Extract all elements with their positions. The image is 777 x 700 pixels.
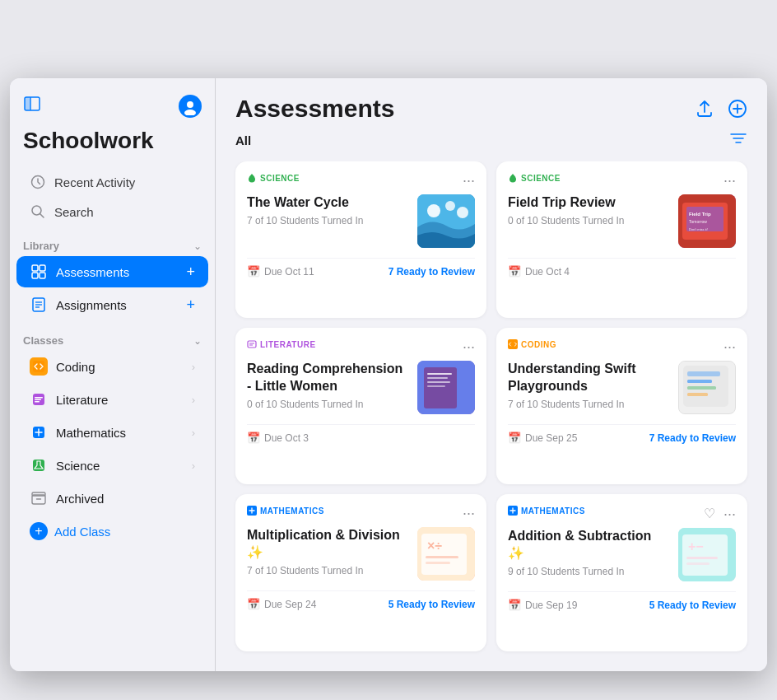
svg-rect-11 (32, 273, 38, 278)
card-footer: 📅 Due Oct 4 (508, 258, 736, 278)
svg-point-32 (427, 204, 440, 217)
add-class-button[interactable]: + Add Class (16, 516, 208, 547)
header-actions (695, 99, 747, 119)
add-assessment-button[interactable]: + (186, 264, 195, 281)
filter-label: All (235, 133, 251, 147)
sidebar-item-coding[interactable]: Coding › (16, 351, 208, 382)
library-chevron-icon[interactable]: ⌄ (193, 240, 202, 252)
review-badge[interactable]: 5 Ready to Review (649, 600, 736, 611)
card-subtitle: 0 of 10 Students Turned In (508, 215, 670, 226)
svg-rect-25 (32, 492, 45, 496)
card-thumbnail (417, 361, 475, 414)
card-more-button[interactable]: ··· (463, 173, 475, 188)
card-body: Multiplication & Division ✨ 7 of 10 Stud… (247, 527, 475, 581)
card-more-button[interactable]: ··· (463, 506, 475, 520)
archive-icon (30, 489, 48, 507)
card-thumbnail (678, 361, 736, 414)
classes-section-title: Classes (23, 334, 63, 347)
add-assignment-button[interactable]: + (186, 296, 195, 314)
svg-rect-0 (25, 97, 30, 110)
review-badge[interactable]: 7 Ready to Review (388, 266, 475, 278)
export-button[interactable] (695, 99, 714, 119)
card-title: Reading Comprehension - Little Women (247, 361, 409, 395)
coding-chevron-icon: › (192, 361, 195, 373)
card-body: Addition & Subtraction ✨ 9 of 10 Student… (508, 528, 736, 581)
literature-label: Literature (56, 393, 184, 407)
card-reading: Literature ··· Reading Comprehension - L… (235, 328, 486, 484)
sidebar-item-mathematics[interactable]: Mathematics › (16, 417, 208, 448)
card-title: The Water Cycle (247, 194, 409, 212)
card-top: Coding ··· (508, 339, 736, 354)
card-title: Multiplication & Division ✨ (247, 527, 409, 562)
assignments-label: Assignments (56, 298, 178, 312)
card-more-button[interactable]: ··· (723, 339, 736, 354)
card-mult-div: Mathematics ··· Multiplication & Divisio… (235, 494, 486, 651)
sidebar-item-recent-activity[interactable]: Recent Activity (16, 167, 208, 197)
review-badge[interactable]: 5 Ready to Review (388, 599, 475, 610)
review-badge[interactable]: 7 Ready to Review (649, 432, 736, 444)
assessments-icon (30, 263, 48, 281)
card-body: Understanding Swift Playgrounds 7 of 10 … (508, 361, 736, 414)
classes-chevron-icon[interactable]: ⌄ (193, 335, 202, 347)
svg-line-8 (40, 214, 44, 218)
card-add-sub: Mathematics ♡ ··· Addition & Subtraction… (496, 494, 747, 651)
sidebar-item-archived[interactable]: Archived (16, 483, 208, 514)
svg-point-34 (457, 207, 468, 218)
search-label: Search (54, 205, 94, 219)
card-category: Mathematics (508, 506, 585, 516)
sidebar-item-assignments[interactable]: Assignments + (16, 289, 208, 320)
card-more-button[interactable]: ··· (723, 173, 736, 188)
sidebar-item-science[interactable]: Science › (16, 450, 208, 481)
sidebar: Schoolwork Recent Activity Search Librar… (10, 78, 216, 671)
card-field-trip: Science ··· Field Trip Review 0 of 10 St… (496, 161, 747, 318)
heart-icon[interactable]: ♡ (704, 506, 715, 521)
svg-rect-21 (35, 401, 40, 403)
svg-rect-10 (40, 265, 45, 271)
svg-rect-61 (426, 556, 458, 558)
sidebar-item-search[interactable]: Search (16, 197, 208, 226)
library-section-title: Library (23, 240, 59, 252)
science-dot (30, 456, 48, 474)
due-date: 📅 Due Oct 11 (247, 265, 314, 278)
filter-button[interactable] (729, 129, 747, 152)
archived-label: Archived (56, 492, 195, 506)
add-button[interactable] (728, 99, 747, 119)
svg-rect-49 (427, 385, 445, 387)
card-thumbnail: +− (678, 528, 736, 581)
avatar[interactable] (179, 95, 202, 118)
svg-text:Don't miss it!: Don't miss it! (689, 227, 708, 231)
card-footer: 📅 Due Sep 25 7 Ready to Review (508, 424, 736, 444)
card-info: Addition & Subtraction ✨ 9 of 10 Student… (508, 528, 670, 577)
main-content: Assessments All (216, 78, 767, 671)
card-thumbnail: ×÷ (417, 527, 475, 581)
svg-rect-54 (687, 380, 712, 383)
card-more-button[interactable]: ··· (723, 506, 736, 521)
classes-section-header: Classes ⌄ (10, 321, 215, 350)
page-title: Assessments (235, 95, 394, 123)
svg-rect-48 (427, 381, 450, 383)
due-date: 📅 Due Oct 3 (247, 432, 309, 444)
card-actions: ♡ ··· (704, 506, 736, 521)
card-water-cycle: Science ··· The Water Cycle 7 of 10 Stud… (235, 161, 486, 318)
calendar-icon: 📅 (247, 265, 260, 278)
card-info: The Water Cycle 7 of 10 Students Turned … (247, 194, 409, 226)
recent-activity-label: Recent Activity (54, 175, 135, 189)
card-info: Field Trip Review 0 of 10 Students Turne… (508, 194, 670, 226)
sidebar-item-literature[interactable]: Literature › (16, 384, 208, 415)
assessments-label: Assessments (56, 265, 178, 279)
svg-text:Tomorrow: Tomorrow (689, 219, 707, 224)
card-title: Field Trip Review (508, 194, 670, 212)
card-more-button[interactable]: ··· (463, 339, 475, 354)
sidebar-item-assessments[interactable]: Assessments + (16, 256, 208, 287)
svg-point-33 (445, 201, 455, 211)
svg-rect-53 (687, 371, 720, 376)
svg-rect-46 (427, 373, 452, 375)
add-class-label: Add Class (54, 525, 110, 539)
card-subtitle: 0 of 10 Students Turned In (247, 399, 409, 410)
assignments-icon (30, 296, 48, 314)
sidebar-header (10, 95, 215, 124)
svg-rect-12 (40, 273, 45, 278)
calendar-icon: 📅 (247, 432, 260, 444)
sidebar-toggle-icon[interactable] (23, 95, 46, 118)
literature-dot (30, 390, 48, 408)
